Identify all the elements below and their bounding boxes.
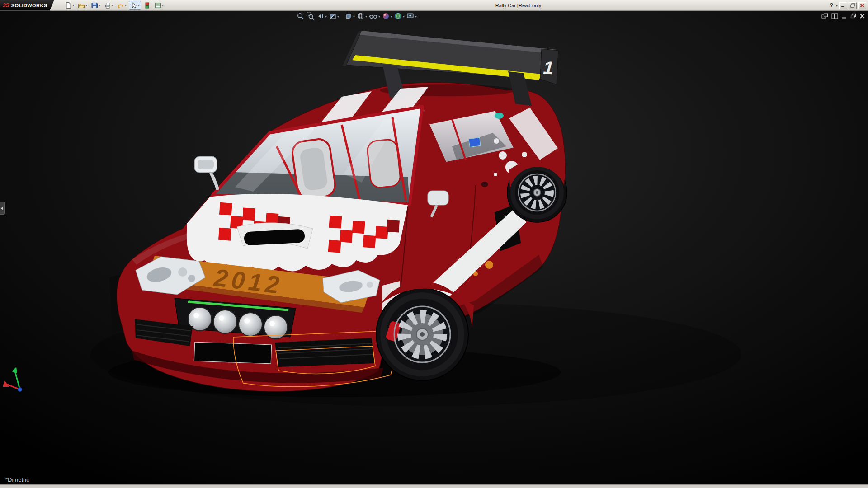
close-doc-button[interactable] (859, 13, 865, 19)
display-style-icon (357, 12, 365, 20)
restore-icon (850, 13, 856, 19)
logo-mark: 3S (3, 2, 9, 9)
document-window-controls (821, 13, 865, 19)
dropdown-caret[interactable]: ▾ (112, 3, 113, 7)
zoom-to-area-button[interactable] (306, 12, 315, 20)
select-cursor-icon (130, 2, 137, 9)
cascade-icon (831, 13, 838, 19)
dropdown-caret[interactable]: ▾ (72, 3, 74, 7)
new-window-icon (821, 13, 828, 19)
race-number-decal: 1 (542, 57, 554, 78)
save-button[interactable]: ▾ (90, 1, 102, 10)
mirror-left[interactable] (194, 156, 218, 190)
glasses-icon (369, 12, 378, 20)
license-plate[interactable] (194, 342, 271, 364)
options-table-icon (154, 2, 161, 9)
dropdown-caret[interactable]: ▾ (391, 14, 392, 19)
rebuild-button[interactable] (142, 1, 152, 10)
print-icon (104, 2, 111, 9)
dropdown-caret[interactable]: ▾ (85, 3, 87, 7)
view-settings-button[interactable]: ▾ (406, 12, 417, 20)
titlebar-controls: ? ▾ (829, 0, 866, 11)
dropdown-caret[interactable]: ▾ (353, 14, 355, 19)
apply-scene-button[interactable]: ▾ (394, 12, 405, 20)
orientation-triad[interactable] (3, 367, 22, 392)
undo-icon (117, 2, 124, 9)
bottom-scrollbar[interactable] (0, 484, 868, 488)
new-document-button[interactable]: ▾ (63, 1, 75, 10)
open-icon (78, 2, 85, 9)
document-title: Rally Car [Read-only] (495, 0, 543, 11)
title-bar: 3S SOLIDWORKS ▾ ▾ ▾ ▾ ▾ (0, 0, 868, 11)
dropdown-caret[interactable]: ▾ (162, 3, 164, 7)
dropdown-caret[interactable]: ▾ (365, 14, 367, 19)
cascade-button[interactable] (831, 13, 838, 19)
zoom-to-area-icon (307, 12, 315, 20)
restore-button[interactable] (849, 2, 857, 9)
previous-view-icon (316, 12, 325, 20)
display-style-button[interactable]: ▾ (356, 12, 368, 20)
section-view-button[interactable]: ▾ (328, 12, 340, 20)
close-icon (859, 13, 865, 19)
dropdown-caret[interactable]: ▾ (125, 3, 127, 7)
dropdown-caret[interactable]: ▾ (99, 3, 100, 7)
solidworks-logo: 3S SOLIDWORKS (0, 0, 54, 11)
door-handle[interactable] (481, 182, 488, 187)
close-icon (860, 3, 864, 8)
zoom-to-fit-button[interactable] (296, 12, 305, 20)
select-button[interactable]: ▾ (129, 1, 141, 10)
front-wheel[interactable] (376, 288, 468, 380)
dashboard-screen (469, 137, 481, 147)
view-settings-icon (406, 12, 415, 20)
graphics-viewport[interactable]: 1 (0, 11, 868, 484)
appearance-ball-icon (382, 12, 390, 20)
bumper-mesh-center[interactable] (275, 338, 374, 367)
save-icon (91, 2, 98, 9)
3d-scene[interactable]: 1 (0, 11, 868, 484)
previous-view-button[interactable]: ▾ (316, 12, 327, 20)
undo-button[interactable]: ▾ (116, 1, 128, 10)
edit-appearance-button[interactable]: ▾ (382, 12, 393, 20)
feature-panel-collapse-tab[interactable] (0, 202, 5, 215)
view-orientation-cube-icon (344, 12, 353, 20)
dropdown-caret[interactable]: ▾ (325, 14, 327, 19)
roof-teal-detail (495, 113, 504, 119)
dropdown-caret[interactable]: ▾ (337, 14, 339, 19)
dropdown-caret[interactable]: ▾ (138, 3, 140, 7)
hide-show-items-button[interactable]: ▾ (368, 12, 381, 20)
view-orientation-label: *Dimetric (5, 476, 29, 483)
section-view-icon (329, 12, 337, 20)
print-button[interactable]: ▾ (103, 1, 115, 10)
view-orientation-button[interactable]: ▾ (344, 12, 355, 20)
scene-globe-icon (394, 12, 402, 20)
close-button[interactable] (858, 2, 866, 9)
options-button[interactable]: ▾ (153, 1, 165, 10)
open-button[interactable]: ▾ (76, 1, 89, 10)
rebuild-icon (143, 2, 151, 9)
logo-text: SOLIDWORKS (11, 3, 47, 8)
standard-toolbar: ▾ ▾ ▾ ▾ ▾ ▾ (63, 1, 165, 10)
dropdown-caret[interactable]: ▾ (415, 14, 417, 19)
minimize-doc-button[interactable] (841, 13, 847, 19)
new-document-icon (65, 2, 72, 9)
restore-icon (850, 3, 855, 8)
solidworks-window: 3S SOLIDWORKS ▾ ▾ ▾ ▾ ▾ (0, 0, 868, 488)
zoom-to-fit-icon (297, 12, 305, 20)
help-button[interactable]: ? (829, 2, 834, 9)
dropdown-caret[interactable]: ▾ (378, 14, 380, 19)
triad-axis-blue (18, 388, 22, 392)
help-caret[interactable]: ▾ (836, 4, 838, 8)
dropdown-caret[interactable]: ▾ (403, 14, 405, 19)
minimize-button[interactable] (839, 2, 847, 9)
chevron-left-icon (0, 206, 4, 211)
restore-doc-button[interactable] (850, 13, 856, 19)
heads-up-view-toolbar: ▾ ▾ ▾ ▾ ▾ ▾ (296, 12, 417, 20)
minimize-icon (841, 13, 847, 19)
minimize-icon (841, 3, 845, 8)
new-window-button[interactable] (821, 13, 828, 19)
wing-surface[interactable] (346, 31, 557, 79)
